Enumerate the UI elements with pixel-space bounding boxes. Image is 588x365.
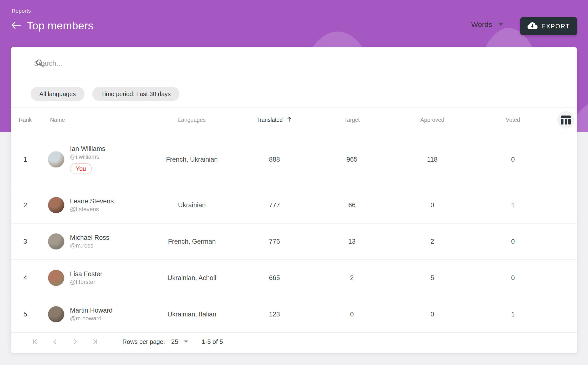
- translated-value: 777: [237, 201, 312, 209]
- filter-chip-time-period[interactable]: Time period: Last 30 days: [92, 87, 179, 101]
- column-header-target[interactable]: Target: [312, 117, 392, 123]
- column-header-languages[interactable]: Languages: [147, 117, 237, 123]
- avatar: [48, 269, 65, 286]
- cloud-download-icon: [527, 22, 537, 31]
- rank-value: 3: [11, 238, 40, 245]
- back-arrow-icon: [11, 21, 21, 31]
- voted-value: 0: [473, 238, 553, 245]
- member-username: @i.williams: [70, 153, 105, 160]
- last-page-button[interactable]: [91, 338, 99, 346]
- target-value: 0: [312, 311, 392, 318]
- target-value: 66: [312, 201, 392, 209]
- column-header-translated-label: Translated: [256, 117, 283, 123]
- approved-value: 118: [392, 156, 473, 163]
- member-username: @m.ross: [70, 242, 109, 249]
- report-card: All languages Time period: Last 30 days …: [11, 47, 577, 353]
- rows-per-page-label: Rows per page:: [122, 338, 165, 345]
- chevron-right-icon: [71, 338, 79, 346]
- next-page-button[interactable]: [71, 338, 79, 346]
- member-name: Martin Howard: [70, 307, 113, 315]
- export-button-label: EXPORT: [541, 23, 570, 30]
- languages-value: Ukrainian, Acholi: [147, 274, 237, 282]
- sort-ascending-icon: [286, 116, 292, 124]
- column-settings-button[interactable]: [557, 111, 575, 129]
- voted-value: 0: [473, 156, 553, 163]
- avatar: [48, 151, 65, 168]
- voted-value: 1: [473, 311, 553, 318]
- previous-page-button[interactable]: [51, 338, 59, 346]
- search-bar: [11, 47, 577, 80]
- search-input[interactable]: [34, 59, 495, 67]
- column-header-voted[interactable]: Voted: [473, 117, 553, 123]
- first-page-button[interactable]: [31, 338, 39, 346]
- page-title: Top members: [27, 19, 94, 32]
- avatar: [48, 197, 65, 214]
- table-row[interactable]: 5 Martin Howard @m.howard Ukrainian, Ita…: [11, 296, 577, 333]
- filter-chips-row: All languages Time period: Last 30 days: [11, 80, 577, 108]
- pagination-bar: Rows per page: 25 1-5 of 5: [11, 333, 577, 351]
- avatar: [48, 306, 65, 323]
- languages-value: French, Ukrainian: [147, 156, 237, 163]
- member-username: @l.forster: [70, 278, 102, 286]
- target-value: 2: [312, 274, 392, 282]
- rank-value: 4: [11, 274, 40, 282]
- rank-value: 2: [11, 201, 40, 209]
- chevron-down-icon: [184, 340, 188, 343]
- columns-icon: [561, 116, 571, 124]
- table-row[interactable]: 4 Lisa Foster @l.forster Ukrainian, Acho…: [11, 260, 577, 296]
- column-header-rank[interactable]: Rank: [11, 117, 40, 123]
- rows-per-page-select[interactable]: 25: [171, 338, 188, 346]
- voted-value: 1: [473, 201, 553, 209]
- column-header-translated[interactable]: Translated: [237, 116, 312, 124]
- table-row[interactable]: 3 Michael Ross @m.ross French, German 77…: [11, 224, 577, 260]
- pagination-range: 1-5 of 5: [202, 338, 223, 346]
- search-icon: [35, 58, 45, 69]
- member-name: Leane Stevens: [70, 197, 114, 206]
- avatar: [48, 233, 65, 250]
- chevron-left-icon: [51, 338, 59, 346]
- approved-value: 5: [392, 274, 473, 282]
- approved-value: 0: [392, 311, 473, 318]
- translated-value: 888: [237, 156, 312, 163]
- approved-value: 2: [392, 238, 473, 245]
- translated-value: 776: [237, 238, 312, 245]
- languages-value: French, German: [147, 238, 237, 245]
- member-username: @l.stevens: [70, 205, 114, 213]
- approved-value: 0: [392, 201, 473, 209]
- first-page-icon: [31, 338, 39, 346]
- chevron-down-icon: [498, 23, 503, 26]
- last-page-icon: [91, 338, 99, 346]
- member-name: Ian Williams: [70, 145, 105, 153]
- target-value: 965: [312, 156, 392, 163]
- voted-value: 0: [473, 274, 553, 282]
- rank-value: 5: [11, 311, 40, 318]
- rank-value: 1: [11, 156, 40, 163]
- unit-selector-value: Words: [471, 20, 492, 29]
- member-username: @m.howard: [70, 315, 113, 322]
- unit-selector-dropdown[interactable]: Words: [471, 20, 503, 29]
- target-value: 13: [312, 238, 392, 245]
- table-row[interactable]: 1 Ian Williams @i.williams You French, U…: [11, 132, 577, 187]
- member-name: Michael Ross: [70, 234, 109, 242]
- column-header-approved[interactable]: Approved: [392, 117, 473, 123]
- column-header-name[interactable]: Name: [40, 117, 147, 123]
- languages-value: Ukrainian, Italian: [147, 311, 237, 318]
- export-button[interactable]: EXPORT: [520, 17, 577, 35]
- you-badge: You: [70, 163, 92, 174]
- breadcrumb[interactable]: Reports: [12, 8, 31, 14]
- filter-chip-languages[interactable]: All languages: [31, 87, 85, 101]
- table-row[interactable]: 2 Leane Stevens @l.stevens Ukrainian 777…: [11, 187, 577, 224]
- table-header-row: Rank Name Languages Translated Target Ap…: [11, 108, 577, 132]
- member-name: Lisa Foster: [70, 270, 102, 278]
- languages-value: Ukrainian: [147, 201, 237, 209]
- back-button[interactable]: [11, 20, 21, 31]
- translated-value: 123: [237, 311, 312, 318]
- translated-value: 665: [237, 274, 312, 282]
- rows-per-page-value: 25: [171, 338, 178, 346]
